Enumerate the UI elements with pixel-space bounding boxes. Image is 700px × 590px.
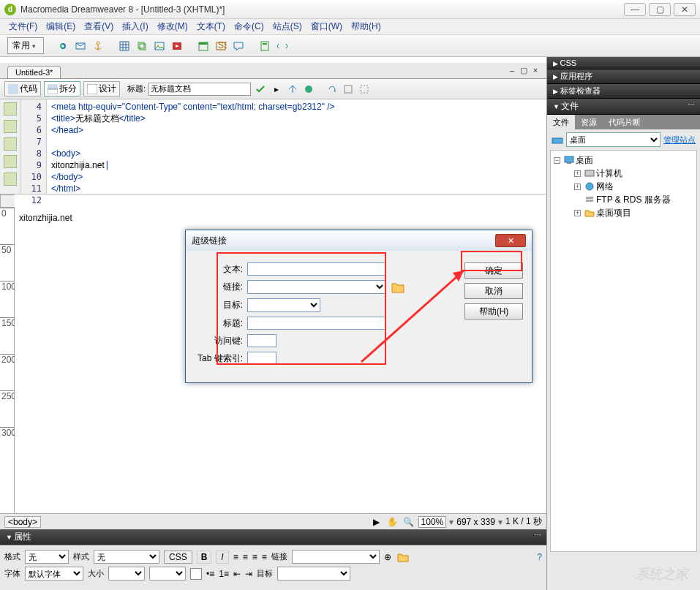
- quick-help-icon[interactable]: ?: [537, 552, 542, 562]
- tree-item-desktop-items[interactable]: 桌面项目: [596, 206, 631, 219]
- menu-file[interactable]: 文件(F): [6, 19, 40, 34]
- site-select[interactable]: 桌面: [566, 132, 661, 147]
- menu-edit[interactable]: 编辑(E): [43, 19, 78, 34]
- tag-selector[interactable]: <body>: [4, 516, 41, 528]
- indent-icon[interactable]: ⇥: [245, 569, 252, 579]
- code-tool-1[interactable]: [4, 102, 17, 116]
- css-panel-header[interactable]: CSS: [547, 57, 700, 69]
- insert-category-dropdown[interactable]: 常用: [7, 37, 44, 54]
- size-select[interactable]: [108, 567, 145, 580]
- menu-window[interactable]: 窗口(W): [308, 19, 345, 34]
- tag-inspector-panel-header[interactable]: 标签检查器: [547, 84, 700, 99]
- files-panel-menu-icon[interactable]: ⋯: [688, 100, 694, 108]
- file-tree[interactable]: − 桌面 + 计算机 + 网络 FTP & RDS 服务器 + 桌面项目: [550, 150, 697, 552]
- menu-insert[interactable]: 插入(I): [119, 19, 151, 34]
- menu-text[interactable]: 文本(T): [194, 19, 228, 34]
- tree-collapse-icon[interactable]: −: [554, 157, 560, 164]
- code-tool-3[interactable]: [4, 137, 17, 151]
- window-size[interactable]: 697 x 339: [456, 517, 495, 527]
- dlg-target-select[interactable]: [247, 298, 320, 312]
- view-options-icon[interactable]: [342, 83, 355, 96]
- format-select[interactable]: 无: [25, 550, 69, 564]
- comment-icon[interactable]: [231, 39, 246, 53]
- link-select[interactable]: [292, 550, 380, 564]
- code-view-button[interactable]: 代码: [4, 81, 41, 97]
- tree-expand-icon[interactable]: +: [574, 184, 581, 190]
- tree-root[interactable]: 桌面: [576, 154, 593, 167]
- preview-icon[interactable]: [286, 83, 299, 96]
- application-panel-header[interactable]: 应用程序: [547, 69, 700, 84]
- css-button[interactable]: CSS: [164, 551, 192, 564]
- file-mgmt-icon[interactable]: ▸: [270, 83, 283, 96]
- tree-item-computer[interactable]: 计算机: [596, 167, 622, 180]
- document-tab[interactable]: Untitled-3*: [7, 66, 61, 78]
- visual-aids-icon[interactable]: [358, 83, 371, 96]
- align-left-icon[interactable]: ≡: [233, 552, 238, 562]
- bold-button[interactable]: B: [197, 551, 212, 564]
- align-center-icon[interactable]: ≡: [243, 552, 248, 562]
- outdent-icon[interactable]: ⇤: [233, 569, 241, 579]
- email-link-icon[interactable]: [73, 39, 88, 53]
- menu-help[interactable]: 帮助(H): [348, 19, 384, 34]
- align-justify-icon[interactable]: ≡: [262, 552, 267, 562]
- table-icon[interactable]: [117, 39, 132, 53]
- point-to-file-icon[interactable]: ⊕: [384, 552, 391, 562]
- dialog-cancel-button[interactable]: 取消: [464, 283, 523, 299]
- tag-chooser-icon[interactable]: [275, 39, 290, 53]
- hyperlink-icon[interactable]: [56, 39, 70, 53]
- zoom-tool-icon[interactable]: 🔍: [402, 515, 415, 529]
- files-tab[interactable]: 文件: [547, 115, 575, 129]
- font-select[interactable]: 默认字体: [25, 567, 83, 580]
- tree-expand-icon[interactable]: +: [574, 210, 581, 216]
- properties-menu-icon[interactable]: ⋯: [534, 531, 541, 539]
- doc-title-input[interactable]: [148, 83, 251, 96]
- tree-expand-icon[interactable]: +: [574, 170, 581, 177]
- image-icon[interactable]: [152, 39, 167, 53]
- properties-panel-header[interactable]: 属性⋯: [0, 529, 546, 545]
- text-color-swatch[interactable]: [190, 568, 202, 580]
- code-tool-2[interactable]: [4, 120, 17, 133]
- files-panel-header[interactable]: 文件⋯: [547, 99, 700, 115]
- server-include-icon[interactable]: SSI: [214, 39, 228, 53]
- doc-close-icon[interactable]: ×: [530, 66, 541, 76]
- code-tool-4[interactable]: [4, 155, 17, 168]
- align-right-icon[interactable]: ≡: [252, 552, 257, 562]
- menu-command[interactable]: 命令(C): [231, 19, 267, 34]
- code-editor[interactable]: <meta http-equiv="Content-Type" content=…: [47, 99, 546, 194]
- media-icon[interactable]: [170, 39, 184, 53]
- menu-view[interactable]: 查看(V): [81, 19, 116, 34]
- close-button[interactable]: ✕: [674, 3, 696, 16]
- menu-site[interactable]: 站点(S): [270, 19, 305, 34]
- dlg-accesskey-input[interactable]: [247, 334, 276, 347]
- dialog-close-button[interactable]: ✕: [495, 234, 526, 247]
- assets-tab[interactable]: 资源: [575, 115, 603, 129]
- code-tool-5[interactable]: [4, 173, 17, 186]
- browser-icon[interactable]: [302, 83, 315, 96]
- minimize-button[interactable]: —: [624, 3, 646, 16]
- maximize-button[interactable]: ▢: [649, 3, 671, 16]
- doc-restore-icon[interactable]: ▢: [519, 66, 529, 76]
- validate-icon[interactable]: [254, 83, 267, 96]
- refresh-icon[interactable]: [325, 83, 339, 96]
- dlg-browse-icon[interactable]: [391, 281, 405, 294]
- design-view-button[interactable]: 设计: [83, 81, 120, 97]
- size-unit-select[interactable]: [149, 567, 186, 580]
- doc-minimize-icon[interactable]: –: [507, 66, 517, 76]
- list-ul-icon[interactable]: •≡: [206, 569, 214, 579]
- browse-folder-icon[interactable]: [396, 551, 410, 564]
- dlg-link-select[interactable]: [247, 280, 386, 294]
- list-ol-icon[interactable]: 1≡: [219, 569, 229, 579]
- style-select[interactable]: 无: [94, 550, 159, 564]
- target-select[interactable]: [277, 567, 350, 580]
- dialog-titlebar[interactable]: 超级链接 ✕: [186, 230, 532, 251]
- menu-modify[interactable]: 修改(M): [154, 19, 191, 34]
- layer-icon[interactable]: [135, 39, 149, 53]
- italic-button[interactable]: I: [216, 551, 228, 564]
- templates-icon[interactable]: [257, 39, 272, 53]
- dlg-tabindex-input[interactable]: [247, 352, 276, 365]
- anchor-icon[interactable]: [91, 39, 105, 53]
- date-icon[interactable]: [196, 39, 211, 53]
- snippets-tab[interactable]: 代码片断: [603, 115, 647, 129]
- hand-tool-icon[interactable]: ✋: [386, 515, 399, 529]
- split-view-button[interactable]: 拆分: [44, 81, 80, 97]
